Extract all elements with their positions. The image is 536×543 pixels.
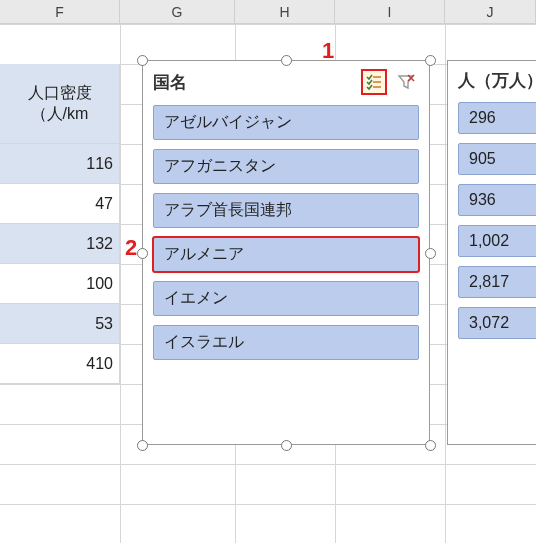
resize-handle[interactable] [281,55,292,66]
callout-1: 1 [322,38,334,64]
slicer-item[interactable]: アフガニスタン [153,149,419,184]
col-header-G[interactable]: G [120,0,235,24]
slicer-population[interactable]: 人（万人） 296 905 936 1,002 2,817 3,072 [447,60,536,445]
slicer-item[interactable]: 3,072 [458,307,536,339]
slicer-item[interactable]: イエメン [153,281,419,316]
slicer-item[interactable]: アラブ首長国連邦 [153,193,419,228]
clear-filter-icon[interactable] [393,69,419,95]
slicer-item[interactable]: 936 [458,184,536,216]
cell-F-r6[interactable]: 410 [0,344,120,384]
resize-handle[interactable] [425,55,436,66]
slicer-country[interactable]: 国名 アゼルバイジャン アフガニスタン アラブ首長国連邦 アルメニア イエメン … [142,60,430,445]
column-headers-row: F G H I J [0,0,536,24]
cell-F-r5[interactable]: 53 [0,304,120,344]
slicer-country-header: 国名 [143,61,429,101]
col-header-I[interactable]: I [335,0,445,24]
resize-handle[interactable] [137,440,148,451]
slicer-item[interactable]: 296 [458,102,536,134]
colF-header-line1: 人口密度 [28,83,92,104]
resize-handle[interactable] [425,248,436,259]
slicer-item[interactable]: 1,002 [458,225,536,257]
cell-F-r1[interactable]: 116 [0,144,120,184]
cell-F-r4[interactable]: 100 [0,264,120,304]
slicer-country-title: 国名 [153,71,355,94]
resize-handle[interactable] [281,440,292,451]
slicer-population-body: 296 905 936 1,002 2,817 3,072 [448,98,536,349]
slicer-item[interactable]: アルメニア [153,237,419,272]
slicer-item[interactable]: イスラエル [153,325,419,360]
colF-header[interactable]: 人口密度 （人/km [0,64,120,144]
cell-F-r2[interactable]: 47 [0,184,120,224]
resize-handle[interactable] [137,248,148,259]
slicer-item[interactable]: 905 [458,143,536,175]
slicer-population-header: 人（万人） [448,61,536,98]
slicer-item[interactable]: アゼルバイジャン [153,105,419,140]
slicer-country-body: アゼルバイジャン アフガニスタン アラブ首長国連邦 アルメニア イエメン イスラ… [143,101,429,370]
slicer-item[interactable]: 2,817 [458,266,536,298]
col-header-F[interactable]: F [0,0,120,24]
resize-handle[interactable] [137,55,148,66]
callout-2: 2 [125,235,137,261]
resize-handle[interactable] [425,440,436,451]
multiselect-icon[interactable] [361,69,387,95]
col-header-J[interactable]: J [445,0,536,24]
cell-F-r3[interactable]: 132 [0,224,120,264]
colF-header-line2: （人/km [31,104,89,125]
col-header-H[interactable]: H [235,0,335,24]
slicer-population-title: 人（万人） [458,69,536,92]
